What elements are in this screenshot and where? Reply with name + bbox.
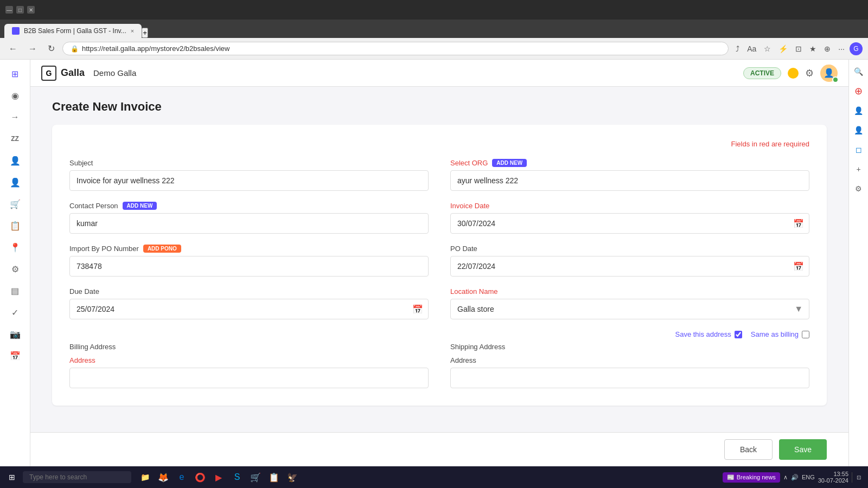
sidebar-item-location[interactable]: 📍 <box>5 237 25 257</box>
taskbar-app-firefox[interactable]: 🦊 <box>155 469 171 485</box>
taskbar-app-browser[interactable]: 🦅 <box>284 469 301 485</box>
due-date-group: Due Date 📅 <box>69 287 429 319</box>
tab-close-icon[interactable]: × <box>131 28 134 34</box>
taskbar-app-files[interactable]: 📁 <box>137 469 153 485</box>
taskbar-search-input[interactable] <box>23 471 131 483</box>
sidebar-item-orders[interactable]: ◉ <box>5 86 25 105</box>
invoice-date-calendar-icon[interactable]: 📅 <box>793 219 804 229</box>
notification-dot[interactable] <box>788 68 799 79</box>
copilot-icon[interactable]: G <box>850 42 863 55</box>
taskbar-app-edge[interactable]: e <box>174 469 190 485</box>
sidebar-item-camera[interactable]: 📷 <box>5 324 25 344</box>
right-settings-icon[interactable]: ⚙ <box>851 181 866 196</box>
sidebar-item-settings[interactable]: ⚙ <box>5 259 25 279</box>
save-address-option[interactable]: Save this address <box>675 330 742 338</box>
right-user2-icon[interactable]: 👤 <box>851 123 866 138</box>
address-bar[interactable]: 🔒 https://retail.galla.app/mystorev2/b2b… <box>62 42 729 55</box>
save-button[interactable]: Save <box>779 439 827 460</box>
minimize-button[interactable]: — <box>5 6 13 14</box>
due-date-calendar-icon[interactable]: 📅 <box>412 304 423 314</box>
location-select[interactable]: Galla store Store 2 Store 3 <box>450 299 809 319</box>
due-date-input[interactable] <box>69 299 429 319</box>
contact-person-input[interactable] <box>69 213 429 234</box>
window-controls[interactable]: — □ ✕ <box>5 6 35 14</box>
active-tab[interactable]: B2B Sales Form | Galla GST - Inv... × <box>4 24 142 38</box>
logo-icon: G <box>41 66 56 81</box>
po-number-input[interactable] <box>69 256 429 277</box>
sidebar-item-zz[interactable]: ZZ <box>5 129 25 149</box>
share-icon[interactable]: ⤴ <box>733 42 742 55</box>
sidebar-item-user[interactable]: 👤 <box>5 151 25 170</box>
right-azure-icon[interactable]: ◻ <box>851 142 866 157</box>
url-text: https://retail.galla.app/mystorev2/b2bsa… <box>82 44 229 53</box>
form-row-1: Subject Select ORG ADD NEW <box>69 159 809 191</box>
store-name: Demo Galla <box>93 68 136 78</box>
po-date-input[interactable] <box>450 256 809 277</box>
invoice-date-input[interactable] <box>450 213 809 234</box>
favorites-icon[interactable]: ★ <box>807 42 819 55</box>
same-as-billing-checkbox[interactable] <box>802 331 809 338</box>
page-content: Create New Invoice Fields in red are req… <box>30 87 848 432</box>
sidebar-item-arrow[interactable]: → <box>5 107 25 127</box>
systray-up-icon[interactable]: ∧ <box>783 474 788 481</box>
location-select-wrapper: Galla store Store 2 Store 3 ▼ <box>450 299 809 319</box>
add-new-org-button[interactable]: ADD NEW <box>492 159 527 167</box>
taskbar-news[interactable]: 📰 Breaking news <box>723 472 780 483</box>
same-as-billing-option[interactable]: Same as billing <box>751 330 809 338</box>
start-button[interactable]: ⊞ <box>4 471 20 484</box>
taskbar-clock[interactable]: 13:55 30-07-2024 <box>818 471 848 484</box>
shipping-address-label: Shipping Address <box>450 343 809 351</box>
subject-input[interactable] <box>69 170 429 191</box>
right-red-icon[interactable]: ⊕ <box>851 84 866 99</box>
org-input[interactable] <box>450 170 809 191</box>
split-icon[interactable]: ⊡ <box>793 42 805 55</box>
shipping-address-input[interactable] <box>450 368 809 388</box>
add-pono-button[interactable]: ADD PONO <box>143 245 181 253</box>
taskbar-app-skype[interactable]: S <box>229 469 245 485</box>
subject-label: Subject <box>69 159 429 167</box>
browser-actions: ⤴ Aa ☆ ⚡ ⊡ ★ ⊕ ··· G <box>733 42 863 55</box>
address-options: Save this address Same as billing <box>69 330 809 338</box>
invoice-date-group: Invoice Date 📅 <box>450 202 809 234</box>
back-button[interactable]: Back <box>724 439 773 460</box>
maximize-button[interactable]: □ <box>16 6 24 14</box>
sidebar-item-catalog[interactable]: 📋 <box>5 216 25 235</box>
star-icon[interactable]: ☆ <box>761 42 774 55</box>
taskbar-app-youtube[interactable]: ▶ <box>210 469 227 485</box>
sidebar-item-cart[interactable]: 🛒 <box>5 194 25 214</box>
sidebar-item-dashboard[interactable]: ⊞ <box>5 64 25 84</box>
taskbar-app-store[interactable]: 🛒 <box>247 469 264 485</box>
reader-icon[interactable]: Aa <box>744 42 759 55</box>
billing-address-input[interactable] <box>69 368 429 388</box>
taskbar-app-opera[interactable]: ⭕ <box>192 469 208 485</box>
show-desktop-button[interactable]: ⊡ <box>852 472 864 483</box>
sidebar-item-tasks[interactable]: ✓ <box>5 303 25 322</box>
right-user-icon[interactable]: 👤 <box>851 103 866 118</box>
extension-icon[interactable]: ⚡ <box>776 42 790 55</box>
close-button[interactable]: ✕ <box>27 6 35 14</box>
sidebar-item-reports[interactable]: ▤ <box>5 281 25 300</box>
more-icon[interactable]: ··· <box>835 42 847 55</box>
save-address-checkbox[interactable] <box>735 331 742 338</box>
sidebar-item-calendar[interactable]: 📅 <box>5 346 25 365</box>
refresh-button[interactable]: ↻ <box>44 41 58 56</box>
taskbar-date-display: 30-07-2024 <box>818 477 848 484</box>
taskbar-app-notes[interactable]: 📋 <box>266 469 282 485</box>
add-new-contact-button[interactable]: ADD NEW <box>123 202 157 210</box>
collection-icon[interactable]: ⊕ <box>821 42 833 55</box>
right-search-icon[interactable]: 🔍 <box>851 64 866 79</box>
systray-volume-icon[interactable]: 🔊 <box>791 474 799 481</box>
settings-icon[interactable]: ⚙ <box>805 67 814 79</box>
page-title: Create New Invoice <box>52 100 827 114</box>
new-tab-button[interactable]: + <box>142 28 148 38</box>
po-date-group: PO Date 📅 <box>450 245 809 277</box>
forward-nav-button[interactable]: → <box>25 42 40 56</box>
right-plus-icon[interactable]: + <box>851 162 866 177</box>
location-name-label: Location Name <box>450 287 809 296</box>
user-avatar[interactable]: 👤 <box>820 65 838 82</box>
tab-bar: B2B Sales Form | Galla GST - Inv... × + <box>0 20 868 38</box>
po-date-calendar-icon[interactable]: 📅 <box>793 261 804 272</box>
address-bar-row: ← → ↻ 🔒 https://retail.galla.app/mystore… <box>0 38 868 60</box>
back-nav-button[interactable]: ← <box>5 42 21 56</box>
sidebar-item-user2[interactable]: 👤 <box>5 172 25 192</box>
